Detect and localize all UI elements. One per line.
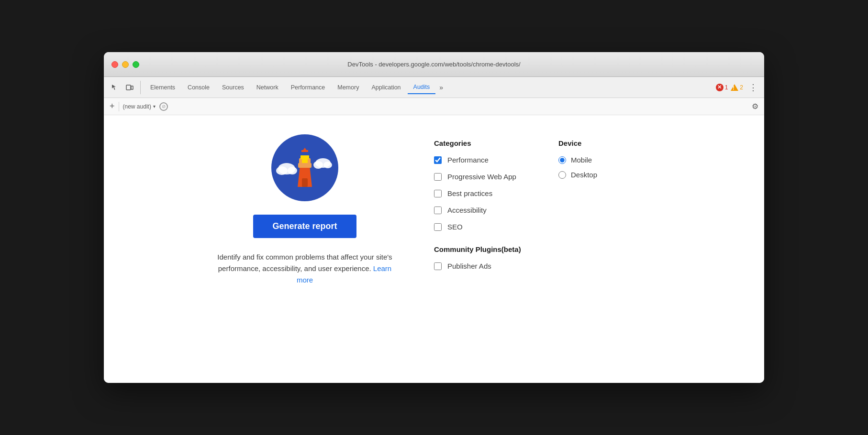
- accessibility-checkbox[interactable]: [434, 207, 442, 214]
- main-tabs: Elements Console Sources Network Perform…: [145, 81, 716, 94]
- category-pwa[interactable]: Progressive Web App: [434, 173, 530, 181]
- pwa-checkbox[interactable]: [434, 173, 442, 181]
- seo-checkbox[interactable]: [434, 223, 442, 231]
- generate-report-button[interactable]: Generate report: [253, 215, 356, 238]
- audit-select-text: (new audit): [123, 103, 151, 110]
- tab-elements[interactable]: Elements: [145, 81, 181, 94]
- tab-console[interactable]: Console: [182, 81, 215, 94]
- warning-icon: [731, 84, 738, 91]
- mobile-label[interactable]: Mobile: [571, 156, 592, 164]
- title-bar: DevTools - developers.google.com/web/too…: [104, 52, 764, 77]
- device-title: Device: [558, 139, 654, 147]
- tab-sources[interactable]: Sources: [216, 81, 250, 94]
- plugin-publisher-ads[interactable]: Publisher Ads: [434, 262, 530, 270]
- community-plugins-title: Community Plugins(beta): [434, 245, 530, 253]
- tab-memory[interactable]: Memory: [332, 81, 365, 94]
- window-title: DevTools - developers.google.com/web/too…: [111, 61, 757, 68]
- categories-title: Categories: [434, 139, 530, 147]
- main-content: Generate report Identify and fix common …: [104, 115, 764, 383]
- maximize-button[interactable]: [133, 61, 139, 68]
- left-panel: Generate report Identify and fix common …: [214, 134, 396, 286]
- category-accessibility[interactable]: Accessibility: [434, 206, 530, 214]
- description-text: Identify and fix common problems that af…: [214, 251, 396, 286]
- audit-select-chevron: ▾: [153, 104, 156, 109]
- svg-rect-8: [301, 150, 308, 152]
- devtools-window: DevTools - developers.google.com/web/too…: [104, 52, 764, 383]
- performance-checkbox[interactable]: [434, 156, 442, 164]
- svg-point-13: [288, 167, 297, 174]
- publisher-ads-label[interactable]: Publisher Ads: [447, 262, 491, 270]
- right-panel: Categories Performance Progressive Web A…: [434, 134, 654, 279]
- pwa-label[interactable]: Progressive Web App: [447, 173, 516, 181]
- error-count: 1: [725, 84, 728, 91]
- tab-status: ✕ 1 2 ⋮: [716, 80, 760, 95]
- tab-application[interactable]: Application: [366, 81, 406, 94]
- seo-label[interactable]: SEO: [447, 223, 463, 231]
- device-toggle[interactable]: [123, 81, 136, 94]
- tab-network[interactable]: Network: [251, 81, 284, 94]
- error-icon: ✕: [716, 84, 723, 91]
- add-audit-button[interactable]: +: [110, 101, 115, 111]
- performance-label[interactable]: Performance: [447, 156, 489, 164]
- warning-status: 2: [731, 84, 743, 91]
- device-desktop[interactable]: Desktop: [558, 171, 654, 179]
- category-seo[interactable]: SEO: [434, 223, 530, 231]
- devtools-tools: [108, 81, 141, 94]
- more-tabs-button[interactable]: »: [436, 82, 446, 93]
- audit-selector[interactable]: (new audit) ▾: [123, 103, 156, 110]
- settings-button[interactable]: ⚙: [752, 102, 758, 111]
- mobile-radio[interactable]: [558, 156, 566, 164]
- best-practices-checkbox[interactable]: [434, 190, 442, 197]
- categories-section: Categories Performance Progressive Web A…: [434, 139, 530, 279]
- lighthouse-logo: [271, 134, 338, 201]
- svg-rect-10: [302, 178, 308, 187]
- error-status: ✕ 1: [716, 84, 728, 91]
- community-plugins-section: Community Plugins(beta) Publisher Ads: [434, 245, 530, 270]
- close-button[interactable]: [111, 61, 118, 68]
- device-mobile[interactable]: Mobile: [558, 156, 654, 164]
- best-practices-label[interactable]: Best practices: [447, 189, 492, 197]
- inspector-tool[interactable]: [108, 81, 121, 94]
- toolbar-separator: [119, 102, 119, 111]
- category-performance[interactable]: Performance: [434, 156, 530, 164]
- secondary-toolbar: + (new audit) ▾ ⊘ ⚙: [104, 98, 764, 115]
- desktop-label[interactable]: Desktop: [571, 171, 597, 179]
- svg-point-15: [313, 161, 323, 169]
- tab-performance[interactable]: Performance: [285, 81, 331, 94]
- category-best-practices[interactable]: Best practices: [434, 189, 530, 197]
- stop-button[interactable]: ⊘: [159, 102, 168, 111]
- traffic-lights: [111, 61, 139, 68]
- svg-rect-6: [300, 155, 309, 159]
- device-section: Device Mobile Desktop: [558, 139, 654, 279]
- accessibility-label[interactable]: Accessibility: [447, 206, 487, 214]
- svg-rect-0: [126, 85, 131, 90]
- minimize-button[interactable]: [122, 61, 129, 68]
- kebab-menu-button[interactable]: ⋮: [746, 80, 760, 95]
- svg-rect-9: [302, 159, 308, 163]
- svg-rect-1: [131, 86, 133, 89]
- tab-bar: Elements Console Sources Network Perform…: [104, 77, 764, 98]
- svg-point-12: [276, 166, 288, 175]
- warning-count: 2: [740, 84, 743, 91]
- desktop-radio[interactable]: [558, 171, 566, 179]
- publisher-ads-checkbox[interactable]: [434, 262, 442, 270]
- tab-audits[interactable]: Audits: [408, 81, 436, 94]
- svg-point-16: [323, 162, 332, 168]
